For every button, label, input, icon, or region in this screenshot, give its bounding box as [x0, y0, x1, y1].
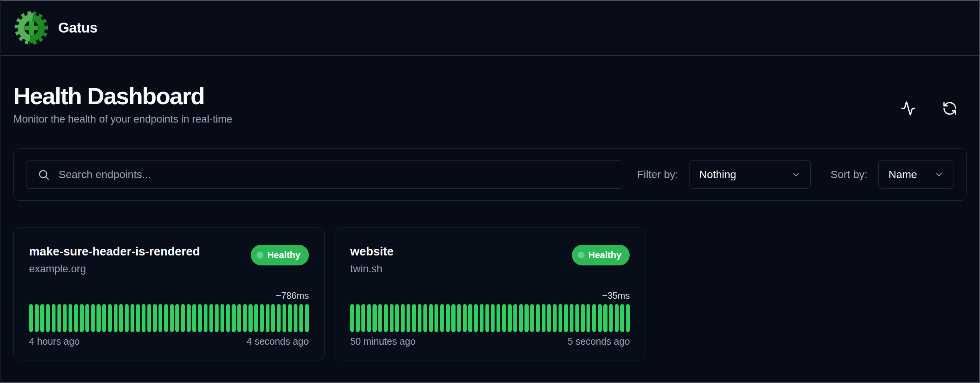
uptime-bar[interactable] — [35, 304, 39, 332]
uptime-bar[interactable] — [153, 304, 157, 332]
uptime-bar[interactable] — [114, 304, 118, 332]
uptime-bar[interactable] — [553, 304, 557, 332]
uptime-bar[interactable] — [209, 304, 213, 332]
refresh-icon[interactable] — [941, 100, 958, 117]
uptime-bar[interactable] — [570, 304, 573, 332]
activity-icon[interactable] — [900, 100, 917, 117]
uptime-bar[interactable] — [361, 304, 365, 332]
uptime-bar[interactable] — [277, 304, 281, 332]
uptime-bar[interactable] — [468, 304, 472, 332]
uptime-bar[interactable] — [559, 304, 562, 332]
uptime-bar[interactable] — [463, 304, 467, 332]
uptime-bar[interactable] — [440, 304, 444, 332]
uptime-bar[interactable] — [187, 304, 191, 332]
uptime-bar[interactable] — [530, 304, 534, 332]
uptime-bar[interactable] — [542, 304, 546, 332]
uptime-bar[interactable] — [283, 304, 286, 332]
uptime-bar[interactable] — [451, 304, 455, 332]
uptime-bar[interactable] — [237, 304, 241, 332]
uptime-bar[interactable] — [254, 304, 258, 332]
uptime-bar[interactable] — [401, 304, 405, 332]
uptime-bar[interactable] — [271, 304, 275, 332]
uptime-bar[interactable] — [423, 304, 427, 332]
sort-select[interactable]: Name — [878, 160, 954, 189]
uptime-bar[interactable] — [29, 304, 33, 332]
uptime-bar[interactable] — [491, 304, 495, 332]
uptime-bar[interactable] — [502, 304, 506, 332]
uptime-bar[interactable] — [52, 304, 56, 332]
uptime-bar[interactable] — [164, 304, 168, 332]
uptime-bar[interactable] — [181, 304, 185, 332]
uptime-bar[interactable] — [497, 304, 500, 332]
endpoint-card[interactable]: make-sure-header-is-rendered example.org… — [13, 228, 325, 360]
uptime-bar[interactable] — [457, 304, 461, 332]
uptime-bar[interactable] — [356, 304, 359, 332]
uptime-bar[interactable] — [609, 304, 613, 332]
uptime-bar[interactable] — [147, 304, 151, 332]
uptime-bar[interactable] — [384, 304, 388, 332]
uptime-bar[interactable] — [248, 304, 252, 332]
uptime-bar[interactable] — [119, 304, 123, 332]
uptime-bar[interactable] — [547, 304, 551, 332]
uptime-bars[interactable] — [29, 304, 309, 332]
search-input[interactable] — [26, 160, 623, 189]
uptime-bar[interactable] — [603, 304, 607, 332]
uptime-bar[interactable] — [80, 304, 83, 332]
uptime-bar[interactable] — [299, 304, 303, 332]
endpoint-card[interactable]: website twin.sh Healthy ~35ms 50 minutes… — [335, 228, 646, 360]
uptime-bar[interactable] — [598, 304, 602, 332]
uptime-bar[interactable] — [46, 304, 50, 332]
uptime-bar[interactable] — [519, 304, 523, 332]
uptime-bar[interactable] — [446, 304, 450, 332]
uptime-bar[interactable] — [69, 304, 72, 332]
uptime-bar[interactable] — [96, 304, 100, 332]
uptime-bar[interactable] — [536, 304, 540, 332]
uptime-bar[interactable] — [395, 304, 399, 332]
uptime-bar[interactable] — [57, 304, 61, 332]
uptime-bar[interactable] — [288, 304, 292, 332]
uptime-bar[interactable] — [220, 304, 224, 332]
uptime-bar[interactable] — [91, 304, 95, 332]
uptime-bar[interactable] — [136, 304, 140, 332]
brand-name[interactable]: Gatus — [58, 20, 97, 36]
uptime-bar[interactable] — [170, 304, 174, 332]
uptime-bar[interactable] — [367, 304, 371, 332]
uptime-bar[interactable] — [175, 304, 179, 332]
uptime-bar[interactable] — [40, 304, 44, 332]
uptime-bar[interactable] — [378, 304, 382, 332]
uptime-bar[interactable] — [390, 304, 394, 332]
uptime-bar[interactable] — [142, 304, 145, 332]
uptime-bar[interactable] — [513, 304, 517, 332]
uptime-bar[interactable] — [485, 304, 489, 332]
uptime-bar[interactable] — [575, 304, 579, 332]
uptime-bar[interactable] — [564, 304, 568, 332]
uptime-bar[interactable] — [215, 304, 219, 332]
uptime-bar[interactable] — [620, 304, 624, 332]
uptime-bar[interactable] — [294, 304, 297, 332]
uptime-bar[interactable] — [204, 304, 207, 332]
uptime-bars[interactable] — [350, 304, 630, 332]
uptime-bar[interactable] — [226, 304, 230, 332]
uptime-bar[interactable] — [158, 304, 162, 332]
uptime-bar[interactable] — [85, 304, 89, 332]
uptime-bar[interactable] — [198, 304, 202, 332]
uptime-bar[interactable] — [581, 304, 585, 332]
uptime-bar[interactable] — [586, 304, 590, 332]
uptime-bar[interactable] — [592, 304, 596, 332]
uptime-bar[interactable] — [508, 304, 511, 332]
uptime-bar[interactable] — [192, 304, 196, 332]
uptime-bar[interactable] — [434, 304, 438, 332]
uptime-bar[interactable] — [429, 304, 433, 332]
uptime-bar[interactable] — [372, 304, 376, 332]
uptime-bar[interactable] — [615, 304, 619, 332]
uptime-bar[interactable] — [232, 304, 235, 332]
uptime-bar[interactable] — [474, 304, 478, 332]
uptime-bar[interactable] — [350, 304, 354, 332]
uptime-bar[interactable] — [108, 304, 112, 332]
uptime-bar[interactable] — [305, 304, 309, 332]
uptime-bar[interactable] — [626, 304, 630, 332]
filter-select[interactable]: Nothing — [689, 160, 811, 189]
uptime-bar[interactable] — [418, 304, 421, 332]
uptime-bar[interactable] — [74, 304, 78, 332]
uptime-bar[interactable] — [524, 304, 528, 332]
